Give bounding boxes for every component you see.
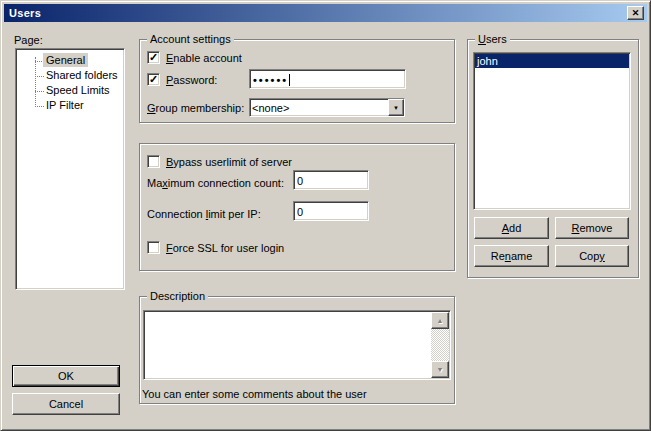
bypass-userlimit-checkbox[interactable] [147,155,160,168]
scroll-down-button[interactable]: ▼ [431,361,449,378]
force-ssl-checkbox[interactable] [147,241,160,254]
users-group-title: Users [475,33,510,45]
page-item-speed-limits[interactable]: Speed Limits [43,83,113,97]
group-membership-value: <none> [250,99,388,116]
connection-limit-per-ip-value: 0 [297,206,303,218]
password-label[interactable]: Password: [166,74,217,86]
close-icon: ✕ [632,9,640,18]
window-title: Users [9,7,41,19]
cancel-button[interactable]: Cancel [12,393,120,415]
account-settings-title: Account settings [147,33,234,45]
group-membership-dropdown[interactable]: <none> ▼ [249,98,405,117]
password-value: •••••• [253,74,288,86]
chevron-down-icon[interactable]: ▼ [388,99,404,116]
checkmark-icon: ✓ [149,74,158,85]
close-button[interactable]: ✕ [627,6,644,20]
description-scrollbar[interactable]: ▲ ▼ [431,312,449,378]
ok-button[interactable]: OK [12,365,120,387]
scroll-up-button[interactable]: ▲ [431,312,449,329]
max-connection-count-value: 0 [297,175,303,187]
scroll-up-icon: ▲ [437,317,444,324]
page-item-general[interactable]: General [43,53,88,67]
page-label: Page: [14,34,43,46]
bypass-userlimit-label[interactable]: Bypass userlimit of server [166,156,292,168]
force-ssl-label[interactable]: Force SSL for user login [166,242,284,254]
password-input[interactable]: •••••• [249,69,406,89]
checkmark-icon: ✓ [149,52,158,63]
enable-account-checkbox[interactable]: ✓ [147,51,160,64]
scroll-down-icon: ▼ [437,366,444,373]
connection-limit-per-ip-input[interactable]: 0 [293,201,369,221]
max-connection-count-input[interactable]: 0 [293,170,369,190]
add-button[interactable]: Add [474,217,549,239]
description-hint: You can enter some comments about the us… [142,388,367,400]
max-connection-count-label: Maximum connection count: [147,177,284,189]
copy-button[interactable]: Copy [555,245,629,267]
enable-account-label[interactable]: Enable account [166,52,242,64]
password-checkbox[interactable]: ✓ [147,73,160,86]
description-textarea[interactable]: ▲ ▼ [143,310,451,380]
page-listbox: General Shared folders Speed Limits IP F… [15,48,125,290]
connection-limit-per-ip-label: Connection limit per IP: [147,208,261,220]
remove-button[interactable]: Remove [555,217,629,239]
user-list-item[interactable]: john [475,54,629,68]
rename-button[interactable]: Rename [474,245,549,267]
title-bar: Users ✕ [4,4,647,22]
group-membership-label: Group membership: [147,102,244,114]
page-item-ip-filter[interactable]: IP Filter [43,98,87,112]
users-listbox: john [473,52,631,210]
tree-connector [35,57,36,107]
description-title: Description [147,290,208,302]
users-dialog: Users ✕ Page: General Shared folders Spe… [0,0,651,431]
text-caret [289,74,290,86]
page-item-shared-folders[interactable]: Shared folders [43,68,121,82]
